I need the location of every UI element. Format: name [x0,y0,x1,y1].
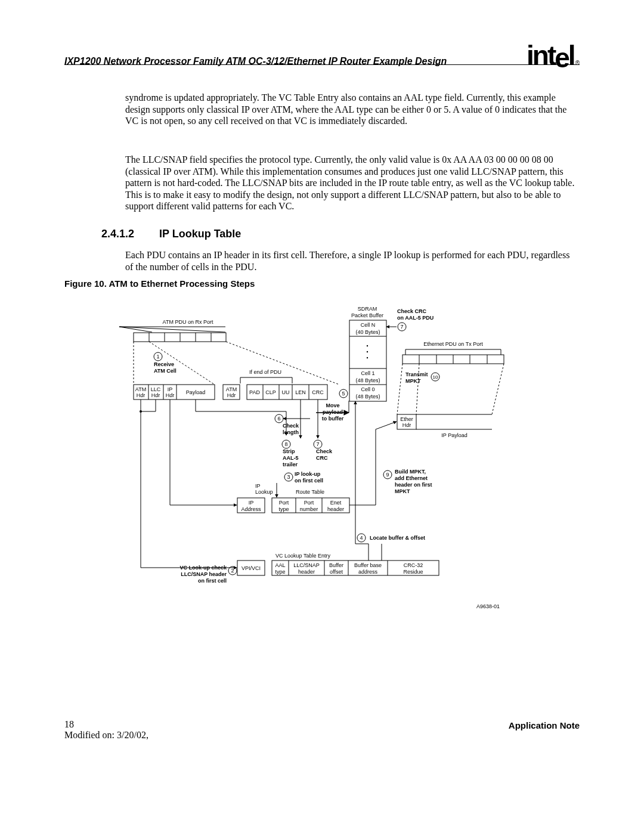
lbl-build-4: MPKT [395,488,410,494]
lbl-aal-1: AAL [275,562,285,568]
lbl-llc-hdr-2: Hdr [151,392,160,398]
lbl-ip-lookup-1: IP look-up [295,471,321,477]
lbl-atm-hdr-2: Hdr [137,392,145,398]
step-5: 5 [342,391,345,397]
step-10: 10 [433,374,438,380]
lbl-ip-hdr-1: IP [168,386,173,392]
step-6: 6 [277,416,280,422]
lbl-pn-2: number [300,506,318,512]
lbl-build-3: header on first [395,482,432,488]
lbl-strip-3: trailer [283,462,298,467]
lbl-len: LEN [295,389,306,395]
step-9: 9 [386,472,389,478]
lbl-eth-pdu: Ethernet PDU on Tx Port [423,341,483,347]
lbl-clp: CLP [265,389,276,395]
svg-line-47 [492,364,504,414]
lbl-atm-hdr-2b: Hdr [227,392,236,398]
lbl-llc-hdr-1: LLC [151,386,161,392]
lbl-cell1: Cell 1 [361,370,374,376]
lbl-pt-2: type [278,506,289,512]
footer-right: Application Note [509,720,580,730]
lbl-ip-lookup-2: on first cell [295,478,323,484]
step-4: 4 [360,535,363,541]
lbl-llcsnap-2: header [298,569,315,575]
svg-line-45 [397,364,402,414]
paragraph-2: The LLC/SNAP field specifies the protoco… [125,154,578,212]
lbl-crc32-2: Residue [403,569,423,575]
lbl-vc-chk-2: LLC/SNAP header [181,571,227,577]
section-number: 2.4.1.2 [101,228,156,240]
lbl-move-2: payload [323,409,343,415]
section-title: IP Lookup Table [159,228,241,240]
lbl-ip-addr-2: Address [241,506,261,512]
svg-point-4 [367,345,368,346]
step-8: 8 [284,441,287,447]
step-7b: 7 [400,324,403,330]
lbl-buf-off-1: Buffer [329,562,343,568]
lbl-uu: UU [282,389,290,395]
lbl-move-3: to buffer [322,416,344,422]
svg-line-72 [376,422,397,429]
page-number: 18 [64,719,74,729]
lbl-llcsnap-1: LLC/SNAP [293,562,320,568]
lbl-ipl-2: Lookup [255,489,273,495]
doc-header-title: IXP1200 Network Processor Family ATM OC-… [64,56,447,67]
lbl-cell0: Cell 0 [361,386,374,392]
lbl-transmit-1: Transmit [405,371,428,377]
lbl-celln-size: (40 Bytes) [355,329,380,335]
paragraph-1: syndrome is updated appropriately. The V… [125,92,578,127]
lbl-buf-off-2: offset [330,569,343,575]
lbl-ip-addr-1: IP [249,500,254,506]
lbl-aal-2: type [275,569,285,575]
lbl-move-1: Move [326,402,339,408]
lbl-celln: Cell N [361,322,376,328]
intel-logo: intel® [527,45,580,67]
modified-date: Modified on: 3/20/02, [64,730,148,740]
lbl-check-crc-aal5-1: Check CRC [397,308,427,314]
lbl-pad: PAD [249,389,260,395]
lbl-pt-1: Port [279,500,289,506]
lbl-ether-2: Hdr [402,422,411,428]
header-divider [64,64,580,65]
lbl-atm-hdr-1b: ATM [226,386,237,392]
lbl-receive-1: Receive [154,361,174,367]
lbl-atm-hdr-1: ATM [135,386,146,392]
step-2: 2 [231,568,234,574]
lbl-vc-entry: VC Lookup Table Entry [275,553,330,559]
lbl-buf-base-2: address [358,569,378,575]
step-7: 7 [316,441,319,447]
lbl-payload: Payload [186,389,206,395]
lbl-crc: CRC [312,389,324,395]
lbl-check-crc-2: CRC [316,455,328,461]
figure-10-diagram: SDRAM Packet Buffer Cell N (40 Bytes) Ce… [119,298,519,632]
lbl-eh-1: Enet [330,500,342,506]
svg-point-5 [367,351,368,352]
lbl-buf-base-1: Buffer base [354,562,382,568]
lbl-vc-chk-3: on first cell [198,578,227,584]
lbl-receive-2: ATM Cell [154,368,177,374]
lbl-build-1: Build MPKT, [395,469,426,475]
lbl-eh-2: header [327,506,344,512]
lbl-route-table: Route Table [296,489,324,495]
lbl-strip-1: Strip [283,448,295,454]
lbl-crc32-1: CRC-32 [404,562,423,568]
lbl-locate: Locate buffer & offset [370,535,425,541]
step-3: 3 [287,474,290,480]
lbl-transmit-2: MPKT [405,378,421,384]
lbl-ip-hdr-2: Hdr [166,392,175,398]
lbl-check-len-2: length [283,429,299,435]
lbl-check-len-1: Check [283,423,299,429]
step-1: 1 [156,354,159,360]
lbl-vpi-vci: VPI/VCI [242,565,261,571]
paragraph-3: Each PDU contains an IP header in its fi… [125,249,578,272]
lbl-packet-buffer: Packet Buffer [351,312,383,318]
svg-line-21 [226,342,339,385]
footer-left: 18 Modified on: 3/20/02, [64,719,148,741]
lbl-check-crc-aal5-2: on AAL-5 PDU [397,315,434,321]
lbl-strip-2: AAL-5 [283,455,299,461]
lbl-atm-pdu: ATM PDU on Rx Port [163,319,213,325]
svg-point-6 [367,357,368,358]
lbl-ether-1: Ether [400,416,413,422]
lbl-ipl-1: IP [255,483,261,489]
figure-ref: A9638-01 [476,603,500,609]
